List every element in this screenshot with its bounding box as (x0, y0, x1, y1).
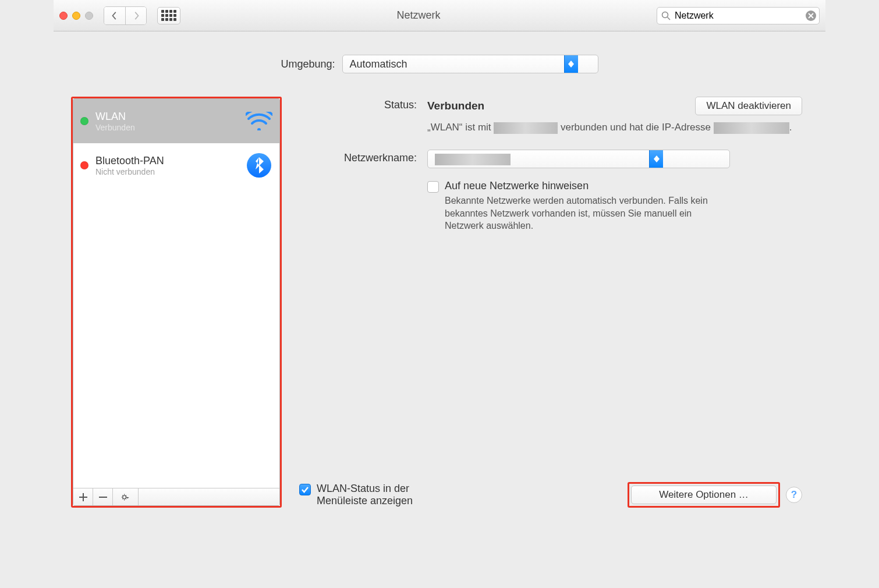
clear-search-button[interactable] (806, 10, 816, 21)
window-title: Netzwerk (185, 9, 652, 22)
sidebar-footer (73, 488, 279, 505)
minus-icon (98, 493, 108, 502)
plus-icon (79, 493, 88, 502)
forward-button[interactable] (125, 7, 146, 24)
add-interface-button[interactable] (73, 488, 93, 505)
search-input[interactable] (657, 7, 820, 24)
sheet: Umgebung: Automatisch WLAN (54, 31, 825, 525)
svg-line-1 (668, 17, 671, 20)
desc-suffix: . (789, 122, 792, 133)
wifi-icon (246, 108, 272, 134)
close-icon (808, 13, 814, 19)
location-popup[interactable]: Automatisch (342, 55, 598, 73)
svg-line-9 (122, 498, 123, 499)
bottom-row: WLAN-Status in der Menüleiste anzeigen W… (299, 482, 802, 508)
traffic-lights (59, 12, 93, 20)
sidebar-highlight-box: WLAN Verbunden (71, 97, 282, 508)
status-dot-green (80, 117, 88, 125)
show-all-button[interactable] (157, 7, 180, 24)
redacted-ssid (494, 122, 558, 134)
ask-new-networks-hint: Bekannte Netzwerke werden automatisch ve… (445, 194, 713, 232)
back-button[interactable] (104, 7, 125, 24)
chevron-right-icon (132, 12, 140, 20)
sidebar-item-text: WLAN Verbunden (95, 111, 239, 132)
ask-new-networks-checkbox[interactable] (427, 181, 439, 193)
detail-pane: Status: Verbunden WLAN deaktivieren „WLA… (299, 97, 808, 508)
bluetooth-icon (246, 152, 272, 179)
sidebar-item-name: WLAN (95, 111, 239, 123)
redacted-network-name (435, 154, 511, 165)
svg-line-10 (125, 495, 126, 495)
status-label: Status: (299, 97, 427, 111)
sidebar-item-bluetooth-pan[interactable]: Bluetooth-PAN Nicht verbunden (73, 143, 279, 187)
minimize-window-button[interactable] (72, 12, 80, 20)
show-in-menubar-label: WLAN-Status in der Menüleiste anzeigen (317, 483, 451, 507)
more-options-highlight-box: Weitere Optionen … (628, 482, 780, 508)
close-window-button[interactable] (59, 12, 68, 20)
zoom-window-button[interactable] (85, 12, 93, 20)
toggle-wlan-button[interactable]: WLAN deaktivieren (695, 97, 802, 115)
sidebar-item-sub: Nicht verbunden (95, 167, 239, 176)
interface-sidebar: WLAN Verbunden (73, 98, 280, 506)
titlebar: Netzwerk (54, 0, 825, 31)
ask-new-networks-row: Auf neue Netzwerke hinweisen Bekannte Ne… (427, 180, 802, 232)
nav-segmented-control (104, 6, 147, 25)
ask-new-networks-label: Auf neue Netzwerke hinweisen (445, 180, 713, 192)
location-row: Umgebung: Automatisch (71, 55, 808, 73)
stepper-icon (649, 150, 663, 168)
grid-icon (161, 10, 176, 21)
svg-line-7 (122, 495, 123, 495)
chevron-left-icon (111, 12, 119, 20)
location-label: Umgebung: (281, 58, 335, 70)
sidebar-item-text: Bluetooth-PAN Nicht verbunden (95, 155, 239, 176)
location-popup-value: Automatisch (343, 58, 564, 70)
action-menu-button[interactable] (113, 488, 139, 505)
svg-point-0 (662, 12, 668, 17)
show-in-menubar-row: WLAN-Status in der Menüleiste anzeigen (299, 483, 451, 507)
network-name-row: Netzwerkname: (299, 150, 802, 232)
gear-icon (121, 493, 130, 502)
help-button[interactable]: ? (786, 487, 802, 503)
svg-line-8 (125, 498, 126, 499)
desc-mid: verbunden und hat die IP-Adresse (558, 122, 713, 133)
desc-prefix: „WLAN“ ist mit (427, 122, 494, 133)
interface-list[interactable]: WLAN Verbunden (73, 99, 279, 488)
network-name-value (428, 153, 649, 165)
redacted-ip (714, 122, 789, 134)
status-value: Verbunden (427, 100, 484, 112)
status-dot-red (80, 161, 88, 169)
search-field-wrap (657, 7, 820, 24)
status-row: Status: Verbunden WLAN deaktivieren „WLA… (299, 97, 802, 134)
remove-interface-button[interactable] (93, 488, 113, 505)
network-name-popup[interactable] (427, 150, 730, 168)
checkmark-icon (301, 486, 309, 494)
search-icon (661, 11, 671, 20)
sidebar-item-sub: Verbunden (95, 123, 239, 132)
more-options-button[interactable]: Weitere Optionen … (631, 486, 777, 504)
stepper-icon (564, 55, 578, 73)
status-description: „WLAN“ ist mit verbunden und hat die IP-… (427, 121, 802, 134)
svg-point-2 (122, 495, 126, 499)
network-name-label: Netzwerkname: (299, 150, 427, 164)
sidebar-item-wlan[interactable]: WLAN Verbunden (73, 99, 279, 143)
sidebar-item-name: Bluetooth-PAN (95, 155, 239, 167)
show-in-menubar-checkbox[interactable] (299, 484, 311, 495)
